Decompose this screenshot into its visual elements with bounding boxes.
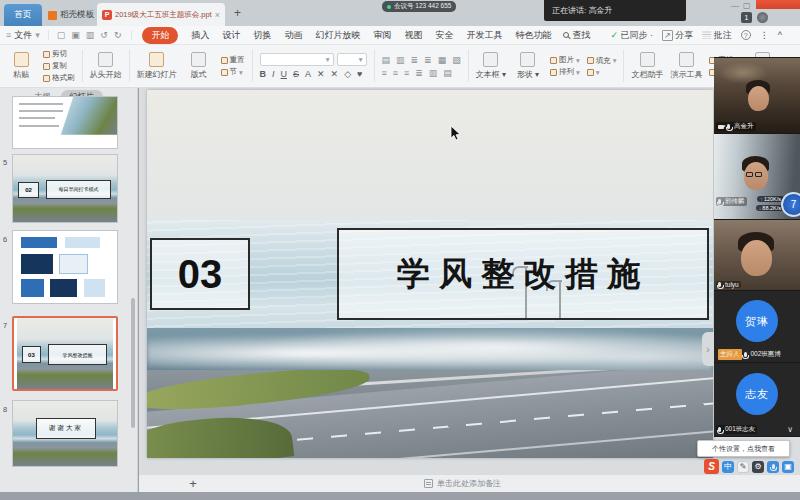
tab-start[interactable]: 开始	[142, 27, 178, 44]
tab-animation[interactable]: 动画	[284, 29, 302, 42]
tab-template[interactable]: 稻壳模板	[48, 6, 94, 24]
notification-badge[interactable]: 1	[741, 12, 752, 23]
text-direction-button[interactable]: ▧	[452, 55, 461, 65]
preview-icon[interactable]: ▥	[86, 30, 95, 40]
clear-format-button[interactable]: ◇	[344, 69, 351, 79]
italic-button[interactable]: I	[272, 69, 275, 79]
outline-button[interactable]: ▾	[587, 68, 617, 77]
section-button[interactable]: 节 ▾	[221, 67, 245, 77]
align-center-button[interactable]: ≡	[393, 68, 398, 78]
fill-button[interactable]: 填充 ▾	[587, 56, 617, 66]
user-avatar[interactable]	[757, 12, 768, 23]
panel-scrollbar[interactable]	[131, 298, 135, 428]
tab-features[interactable]: 特色功能	[515, 29, 551, 42]
font-family-select[interactable]: ▾	[260, 53, 334, 66]
panel-collapse-handle[interactable]: ›	[702, 332, 714, 366]
tab-slideshow[interactable]: 幻灯片放映	[315, 29, 360, 42]
sync-status[interactable]: ✓ 已同步 ·	[610, 29, 653, 42]
more-menu-icon[interactable]: ⋮	[760, 30, 769, 40]
audio-tile-5[interactable]: 志友 001班志友 ∨	[714, 363, 800, 436]
notes-bar[interactable]: 单击此处添加备注	[139, 474, 800, 492]
line-spacing-button[interactable]: ▦	[438, 55, 447, 65]
bullets-button[interactable]: ▤	[382, 55, 391, 65]
comment-button[interactable]: ▤ 批注	[702, 29, 732, 42]
collapse-ribbon-icon[interactable]: ^	[778, 30, 782, 40]
indent-decrease-button[interactable]: ≣	[411, 55, 419, 65]
font-size-select[interactable]: ▾	[337, 53, 367, 66]
screen-share-icon[interactable]: ▣	[782, 461, 794, 473]
video-tile-3[interactable]: tulyu	[714, 220, 800, 290]
highlight-button[interactable]: ♥	[357, 69, 362, 79]
justify-button[interactable]: ≣	[415, 68, 423, 78]
paste-button[interactable]: 粘贴	[6, 48, 36, 84]
settings-gear-icon[interactable]: ⚙	[752, 461, 764, 473]
new-tab-button[interactable]: +	[234, 6, 241, 20]
editor-canvas: 03 学风整改措施	[139, 88, 800, 474]
tab-home[interactable]: 首页	[4, 4, 42, 26]
doc-assistant-button[interactable]: 文档助手	[631, 48, 663, 84]
microphone-app-icon[interactable]	[767, 461, 779, 473]
slide-thumbnail-8[interactable]: 谢谢大家	[12, 400, 118, 467]
strikethrough-button[interactable]: S	[293, 69, 299, 79]
reset-button[interactable]: 重置	[221, 55, 245, 65]
font-color-button[interactable]: A	[305, 69, 311, 79]
chevron-down-icon[interactable]: ∨	[787, 425, 793, 434]
superscript-button[interactable]: ✕	[317, 69, 325, 79]
slide-thumbnail-7-selected[interactable]: 03 学风整改措施	[12, 316, 118, 391]
present-tools-button[interactable]: 演示工具	[670, 48, 702, 84]
find-menu-button[interactable]: 查找	[563, 29, 590, 42]
layout-button[interactable]: 版式	[184, 48, 214, 84]
numbering-button[interactable]: ▥	[396, 55, 405, 65]
wps-logo-icon[interactable]: S	[704, 459, 719, 474]
textbox-button[interactable]: 文本框 ▾	[476, 48, 506, 84]
tab-document-active[interactable]: P 2019级大工五班主题班会.pptx ×	[97, 3, 225, 26]
copy-button[interactable]: 复制	[43, 61, 75, 71]
new-slide-button[interactable]: 新建幻灯片	[137, 48, 177, 84]
play-from-start-button[interactable]: 从头开始	[90, 48, 122, 84]
indent-increase-button[interactable]: ≣	[424, 55, 432, 65]
undo-icon[interactable]: ↺	[100, 30, 108, 40]
format-painter-button[interactable]: 格式刷	[43, 73, 75, 83]
close-tab-icon[interactable]: ×	[215, 10, 220, 20]
columns-button[interactable]: ▥	[429, 68, 438, 78]
redo-icon[interactable]: ↻	[114, 30, 122, 40]
distribute-button[interactable]: ▤	[443, 68, 452, 78]
slide-thumbnail-4[interactable]	[12, 96, 118, 149]
tab-view[interactable]: 视图	[404, 29, 422, 42]
underline-button[interactable]: U	[281, 69, 288, 79]
subscript-button[interactable]: ✕	[331, 69, 339, 79]
tab-review[interactable]: 审阅	[373, 29, 391, 42]
file-menu[interactable]: ≡ 文件 ▾	[0, 29, 48, 42]
close-window-button[interactable]	[756, 0, 800, 9]
slide-thumbnail-5[interactable]: 02 每日早间打卡模式	[12, 154, 118, 223]
pen-app-icon[interactable]: ✎	[737, 461, 749, 473]
maximize-icon[interactable]: ▢	[743, 1, 751, 10]
share-button[interactable]: ↗ 分享	[662, 29, 693, 42]
tab-devtools[interactable]: 开发工具	[466, 29, 502, 42]
current-slide[interactable]: 03 学风整改措施	[147, 90, 713, 458]
save-icon[interactable]: ▢	[57, 30, 66, 40]
arrange-button[interactable]: 排列 ▾	[550, 67, 580, 77]
audio-tile-4[interactable]: 贺琳 主持人 002班惠博	[714, 291, 800, 362]
print-icon[interactable]: ▣	[71, 30, 80, 40]
align-right-button[interactable]: ≡	[404, 68, 409, 78]
bold-button[interactable]: B	[260, 69, 267, 79]
chat-app-icon[interactable]: 中	[722, 461, 734, 473]
video-tile-1[interactable]: 高金升	[714, 58, 800, 133]
tab-transition[interactable]: 切换	[253, 29, 271, 42]
picture-button[interactable]: 图片 ▾	[550, 55, 580, 65]
slide-title-box[interactable]: 学风整改措施	[337, 228, 709, 320]
slide-number-box[interactable]: 03	[150, 238, 250, 310]
minimize-icon[interactable]: —	[731, 1, 739, 10]
tab-security[interactable]: 安全	[435, 29, 453, 42]
align-left-button[interactable]: ≡	[382, 68, 387, 78]
shapes-button[interactable]: 形状 ▾	[513, 48, 543, 84]
cut-button[interactable]: 剪切	[43, 49, 75, 59]
help-icon[interactable]: ?	[741, 30, 751, 40]
tab-design[interactable]: 设计	[222, 29, 240, 42]
participant-name: 高金升	[734, 122, 754, 131]
add-slide-button[interactable]: +	[185, 476, 201, 492]
video-tile-2[interactable]: 郭传麟 ↑120K/s ↓88.2K/s 7	[714, 134, 800, 219]
slide-thumbnail-6[interactable]	[12, 230, 118, 304]
tab-insert[interactable]: 插入	[191, 29, 209, 42]
